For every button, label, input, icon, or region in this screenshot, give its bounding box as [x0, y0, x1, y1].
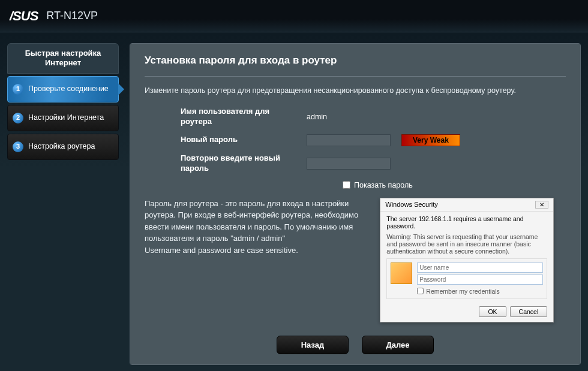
sidebar-item-label: Настройки Интернета: [28, 113, 104, 123]
dialog-ok-button[interactable]: OK: [479, 306, 506, 317]
info-text-line2: Username and password are case sensitive…: [145, 245, 369, 257]
dialog-cancel-button[interactable]: Cancel: [510, 306, 548, 317]
avatar-icon: [391, 263, 412, 284]
sidebar-item-label: Настройка роутера: [28, 142, 95, 152]
main-panel: Установка пароля для входа в роутер Изме…: [130, 43, 581, 365]
new-password-label: Новый пароль: [181, 135, 301, 145]
password-form: Имя пользователя для роутера admin Новый…: [145, 107, 566, 189]
page-title: Установка пароля для входа в роутер: [145, 55, 566, 67]
model-label: RT-N12VP: [46, 10, 98, 22]
header-bar: /SUS RT-N12VP: [0, 0, 588, 32]
next-button[interactable]: Далее: [362, 336, 434, 354]
back-button[interactable]: Назад: [277, 336, 349, 354]
dialog-title: Windows Security: [385, 201, 437, 209]
new-password-input[interactable]: [307, 134, 391, 146]
password-strength-badge: Very Weak: [401, 134, 460, 146]
page-description: Измените пароль роутера для предотвращен…: [145, 86, 566, 95]
info-text: Пароль для роутера - это пароль для вход…: [145, 198, 369, 257]
sidebar-item-check-connection[interactable]: 1 Проверьте соединение: [7, 76, 119, 102]
sidebar-item-router-settings[interactable]: 3 Настройка роутера: [7, 134, 119, 160]
info-text-line1: Пароль для роутера - это пароль для вход…: [145, 198, 369, 245]
show-password-label: Показать пароль: [354, 181, 413, 189]
show-password-checkbox[interactable]: [343, 181, 350, 189]
step-badge-3: 3: [13, 141, 23, 152]
retype-password-input[interactable]: [307, 158, 391, 170]
username-label: Имя пользователя для роутера: [181, 107, 301, 127]
sidebar-item-internet-settings[interactable]: 2 Настройки Интернета: [7, 105, 119, 131]
close-icon[interactable]: ✕: [535, 201, 548, 209]
retype-password-label: Повторно введите новый пароль: [181, 153, 301, 174]
divider: [145, 76, 566, 77]
step-badge-2: 2: [13, 113, 23, 123]
brand-logo: /SUS: [10, 8, 38, 24]
step-badge-1: 1: [13, 84, 23, 95]
sidebar-title: Быстрая настройка Интернет: [7, 43, 119, 74]
username-value: admin: [307, 113, 327, 121]
dialog-server-msg: The server 192.168.1.1 requires a userna…: [386, 215, 547, 230]
dialog-password-input[interactable]: [417, 275, 543, 285]
dialog-warning: Warning: This server is requesting that …: [386, 233, 547, 255]
sidebar: Быстрая настройка Интернет 1 Проверьте с…: [7, 43, 119, 365]
remember-label: Remember my credentials: [426, 288, 500, 295]
remember-checkbox[interactable]: [417, 288, 424, 294]
dialog-username-input[interactable]: [417, 263, 543, 273]
windows-security-dialog: Windows Security ✕ The server 192.168.1.…: [380, 198, 554, 322]
sidebar-item-label: Проверьте соединение: [28, 85, 109, 94]
